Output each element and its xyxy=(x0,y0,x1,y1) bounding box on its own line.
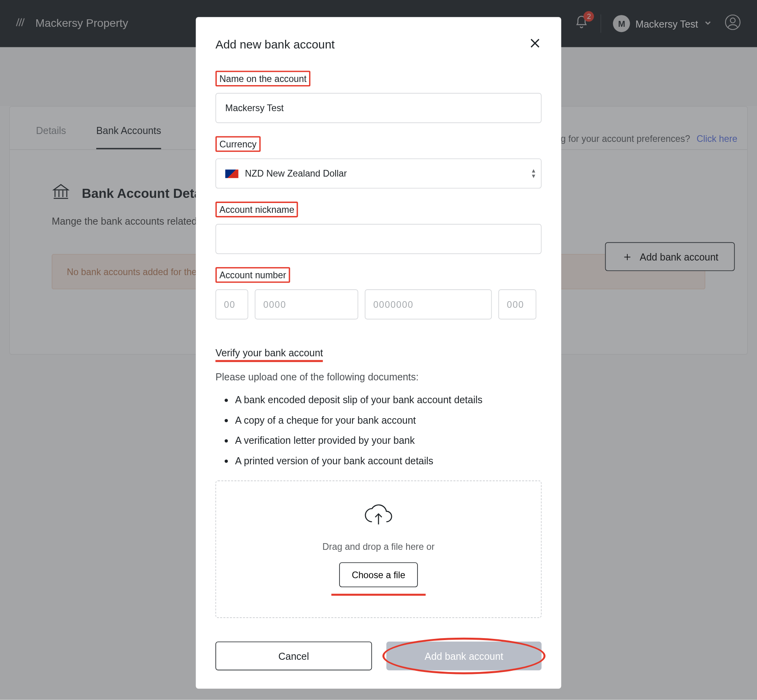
file-dropzone[interactable]: Drag and drop a file here or Choose a fi… xyxy=(215,480,541,618)
flag-nz-icon xyxy=(225,169,238,178)
currency-select[interactable]: NZD New Zealand Dollar xyxy=(215,158,541,188)
verify-lead: Please upload one of the following docum… xyxy=(215,371,541,382)
account-number-bank[interactable] xyxy=(215,289,248,319)
account-number-branch[interactable] xyxy=(255,289,358,319)
verify-item: A copy of a cheque for your bank account xyxy=(235,414,541,425)
stepper-icon: ▴▾ xyxy=(532,168,535,179)
add-bank-account-modal: Add new bank account Name on the account… xyxy=(196,17,561,689)
verify-list: A bank encoded deposit slip of your bank… xyxy=(215,394,541,466)
verify-item: A printed version of your bank account d… xyxy=(235,455,541,466)
submit-add-bank-account-button[interactable]: Add bank account xyxy=(386,642,542,670)
nickname-label: Account nickname xyxy=(215,202,298,218)
account-number-suffix[interactable] xyxy=(498,289,536,319)
choose-file-button[interactable]: Choose a file xyxy=(339,562,418,587)
currency-label: Currency xyxy=(215,136,260,152)
dropzone-text: Drag and drop a file here or xyxy=(323,541,434,552)
cloud-upload-icon xyxy=(364,503,393,531)
submit-label: Add bank account xyxy=(425,650,503,661)
name-input[interactable] xyxy=(215,93,541,123)
verify-title: Verify your bank account xyxy=(215,347,323,362)
highlight-underline xyxy=(331,594,425,596)
verify-item: A verification letter provided by your b… xyxy=(235,435,541,446)
close-button[interactable] xyxy=(528,37,541,52)
verify-item: A bank encoded deposit slip of your bank… xyxy=(235,394,541,405)
modal-title: Add new bank account xyxy=(215,38,335,52)
cancel-button[interactable]: Cancel xyxy=(215,642,372,670)
name-label: Name on the account xyxy=(215,71,310,86)
account-number-label: Account number xyxy=(215,267,290,283)
currency-value: NZD New Zealand Dollar xyxy=(245,168,347,179)
account-number-account[interactable] xyxy=(365,289,492,319)
nickname-input[interactable] xyxy=(215,224,541,254)
